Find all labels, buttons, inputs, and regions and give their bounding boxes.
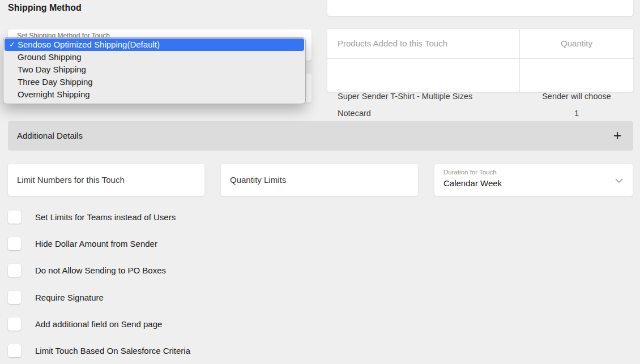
dropdown-option[interactable]: Three Day Shipping xyxy=(3,76,305,88)
table-header-products: Products Added to this Touch xyxy=(338,29,447,58)
checkbox-label: Do not Allow Sending to PO Boxes xyxy=(35,265,166,275)
checkbox-row[interactable]: Do not Allow Sending to PO Boxes xyxy=(8,263,166,277)
checkbox-row[interactable]: Require Signature xyxy=(8,290,104,304)
shipping-settings-page: Shipping Method Set Shipping Method for … xyxy=(0,0,640,364)
shipping-method-dropdown-menu[interactable]: ✓ Sendoso Optimized Shipping(Default) Gr… xyxy=(3,37,306,104)
message-card-cutoff xyxy=(327,0,633,16)
duration-value: Calendar Week xyxy=(443,178,502,188)
duration-label: Duration for Touch xyxy=(443,169,497,175)
table-header-quantity: Quantity xyxy=(520,29,633,58)
expand-plus-icon[interactable]: + xyxy=(608,121,626,151)
table-row-product: Super Sender T-Shirt - Multiple Sizes xyxy=(338,92,472,101)
chevron-down-icon xyxy=(615,176,624,186)
dropdown-option-label: Sendoso Optimized Shipping(Default) xyxy=(18,40,160,49)
page-title: Shipping Method xyxy=(8,3,82,13)
quantity-limits-label: Quantity Limits xyxy=(230,164,286,196)
checkbox-label: Require Signature xyxy=(35,293,104,302)
checkbox-unchecked[interactable] xyxy=(8,264,21,277)
checkbox-label: Limit Touch Based On Salesforce Criteria xyxy=(35,346,190,356)
products-table: Products Added to this Touch Quantity Su… xyxy=(327,29,633,92)
checkbox-row[interactable]: Hide Dollar Amount from Sender xyxy=(8,237,157,250)
checkbox-label: Add additional field on Send page xyxy=(35,319,162,329)
dropdown-option[interactable]: Ground Shipping xyxy=(3,51,305,63)
dropdown-option[interactable]: Overnight Shipping xyxy=(3,88,305,101)
table-header-divider xyxy=(327,58,633,59)
checkbox-unchecked[interactable] xyxy=(8,291,21,304)
checkbox-row[interactable]: Add additional field on Send page xyxy=(8,317,162,331)
checkbox-label: Set Limits for Teams instead of Users xyxy=(35,212,176,222)
section-title: Additional Details xyxy=(17,121,83,151)
checkbox-row[interactable]: Limit Touch Based On Salesforce Criteria xyxy=(8,344,190,357)
duration-for-touch-select[interactable]: Duration for Touch Calendar Week xyxy=(434,164,633,196)
checkbox-unchecked[interactable] xyxy=(8,318,21,331)
dropdown-option-selected[interactable]: ✓ Sendoso Optimized Shipping(Default) xyxy=(5,38,304,51)
limit-numbers-label: Limit Numbers for this Touch xyxy=(17,164,125,196)
checkmark-icon: ✓ xyxy=(9,38,15,51)
checkbox-unchecked[interactable] xyxy=(8,344,21,357)
checkbox-row[interactable]: Set Limits for Teams instead of Users xyxy=(8,210,176,224)
checkbox-unchecked[interactable] xyxy=(8,237,21,250)
dropdown-option[interactable]: Two Day Shipping xyxy=(3,63,305,76)
checkbox-label: Hide Dollar Amount from Sender xyxy=(35,239,157,249)
table-row-quantity: 1 xyxy=(520,109,633,118)
table-row-quantity: Sender will choose xyxy=(520,92,633,101)
quantity-limits-field[interactable]: Quantity Limits xyxy=(221,164,418,196)
table-row-product: Notecard xyxy=(338,109,371,118)
limit-numbers-field[interactable]: Limit Numbers for this Touch xyxy=(8,164,204,196)
additional-details-section-header[interactable]: Additional Details + xyxy=(8,121,633,151)
checkbox-unchecked[interactable] xyxy=(8,211,21,224)
